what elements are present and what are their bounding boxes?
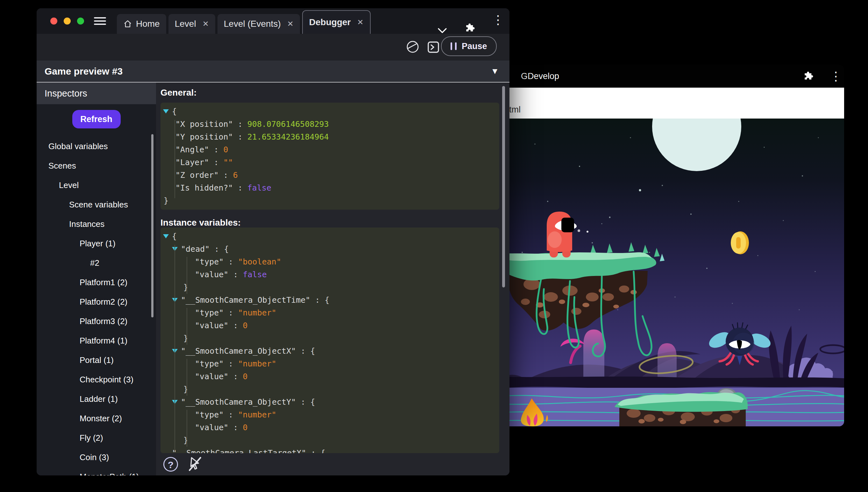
debugger-toolbar: Pause bbox=[36, 34, 509, 60]
json-variable-clipped[interactable]: "__SmoothCamera_LastTargetX" : { bbox=[160, 447, 499, 453]
json-entry[interactable]: "X position" : 908.0706146508293 bbox=[160, 118, 499, 131]
json-entry[interactable]: "value" : 0 bbox=[160, 319, 499, 332]
json-entry[interactable]: "type" : "boolean" bbox=[160, 255, 499, 268]
json-entry[interactable]: "Z order" : 6 bbox=[160, 169, 499, 182]
sidebar-item-platform3[interactable]: Platform3 (2) bbox=[36, 312, 156, 331]
extension-puzzle-icon[interactable] bbox=[803, 70, 815, 82]
json-entry[interactable]: "Angle" : 0 bbox=[160, 143, 499, 156]
json-variable-objecty[interactable]: "__SmoothCamera_ObjectY" : { bbox=[160, 396, 499, 409]
general-section-title: General: bbox=[160, 88, 197, 98]
sidebar-item-instance-2[interactable]: #2 bbox=[36, 253, 156, 273]
sidebar-item-platform4[interactable]: Platform4 (1) bbox=[36, 331, 156, 350]
tab-home[interactable]: Home bbox=[117, 14, 166, 34]
inspectors-header-label: Inspectors bbox=[45, 82, 87, 104]
sidebar-item-checkpoint[interactable]: Checkpoint (3) bbox=[36, 370, 156, 389]
sidebar-item-monster[interactable]: Monster (2) bbox=[36, 409, 156, 428]
refresh-button[interactable]: Refresh bbox=[72, 110, 121, 128]
inspector-tree: Global variables Scenes Level Scene vari… bbox=[36, 137, 156, 475]
home-icon bbox=[123, 20, 132, 28]
preview-address-bar[interactable]: html bbox=[497, 88, 844, 119]
maximize-button[interactable] bbox=[77, 18, 84, 25]
hamburger-menu-icon[interactable] bbox=[94, 17, 106, 25]
instance-variables-json-tree: { "dead" : { "type" : "boolean" "value" … bbox=[160, 227, 499, 453]
inspector-detail-panel: General: { "X position" : 908.0706146508… bbox=[156, 82, 509, 475]
json-variable-dead[interactable]: "dead" : { bbox=[160, 243, 499, 255]
sidebar-item-scene-variables[interactable]: Scene variables bbox=[36, 195, 156, 215]
close-button[interactable] bbox=[50, 18, 57, 25]
sidebar-item-clipped[interactable]: MonsterPath (1) bbox=[36, 467, 156, 475]
game-canvas[interactable] bbox=[497, 119, 844, 426]
inspect-disabled-icon[interactable] bbox=[188, 456, 204, 472]
inspectors-sidebar: Inspectors Refresh Global variables Scen… bbox=[36, 82, 156, 475]
game-preview-selector[interactable]: Game preview #3 ▼ bbox=[36, 60, 509, 82]
json-entry[interactable]: "type" : "number" bbox=[160, 409, 499, 421]
json-entry[interactable]: "Is hidden?" : false bbox=[160, 182, 499, 194]
json-entry[interactable]: "Layer" : "" bbox=[160, 156, 499, 169]
collapse-triangle-icon[interactable] bbox=[163, 234, 169, 238]
sidebar-item-fly[interactable]: Fly (2) bbox=[36, 428, 156, 448]
debugger-window: Home Level ✕ Level (Events) ✕ Debugger ✕ bbox=[36, 8, 509, 475]
preview-menu-kebab-icon[interactable]: ⋮ bbox=[830, 69, 842, 83]
json-variable-objecttime[interactable]: "__SmoothCamera_ObjectTime" : { bbox=[160, 294, 499, 306]
tab-level[interactable]: Level ✕ bbox=[168, 14, 215, 34]
preview-window-title: GDevelop bbox=[521, 65, 559, 88]
sidebar-item-global-variables[interactable]: Global variables bbox=[36, 137, 156, 156]
tab-level-events[interactable]: Level (Events) ✕ bbox=[217, 14, 300, 34]
minimize-button[interactable] bbox=[64, 18, 71, 25]
json-entry[interactable]: "value" : false bbox=[160, 268, 499, 281]
help-icon[interactable]: ? bbox=[163, 457, 178, 472]
sidebar-item-player[interactable]: Player (1) bbox=[36, 234, 156, 253]
tab-bar: Home Level ✕ Level (Events) ✕ Debugger ✕ bbox=[36, 8, 509, 34]
tab-close-icon[interactable]: ✕ bbox=[203, 20, 209, 28]
game-preview-window: GDevelop ⋮ html bbox=[497, 65, 844, 426]
json-variable-objectx[interactable]: "__SmoothCamera_ObjectX" : { bbox=[160, 345, 499, 358]
json-entry[interactable]: "type" : "number" bbox=[160, 358, 499, 370]
tab-level-events-label: Level (Events) bbox=[224, 19, 281, 29]
player-pupil bbox=[561, 218, 574, 232]
collapse-triangle-icon[interactable] bbox=[163, 109, 169, 114]
sidebar-item-ladder[interactable]: Ladder (1) bbox=[36, 389, 156, 409]
coin-sprite bbox=[731, 231, 749, 254]
tab-close-icon[interactable]: ✕ bbox=[357, 18, 364, 27]
detail-panel-scrollbar[interactable] bbox=[502, 86, 505, 288]
instance-variables-section-title: Instance variables: bbox=[160, 218, 241, 228]
sidebar-scrollbar[interactable] bbox=[151, 134, 154, 317]
sidebar-item-portal[interactable]: Portal (1) bbox=[36, 350, 156, 370]
general-json-tree: { "X position" : 908.0706146508293 "Y po… bbox=[160, 103, 499, 210]
tab-home-label: Home bbox=[136, 19, 160, 29]
sidebar-item-level[interactable]: Level bbox=[36, 176, 156, 195]
console-icon[interactable] bbox=[426, 40, 440, 54]
tab-debugger[interactable]: Debugger ✕ bbox=[302, 10, 371, 34]
sidebar-item-scenes[interactable]: Scenes bbox=[36, 156, 156, 176]
tab-close-icon[interactable]: ✕ bbox=[287, 20, 294, 28]
desktop: GDevelop ⋮ html bbox=[0, 0, 868, 492]
json-entry[interactable]: "type" : "number" bbox=[160, 306, 499, 319]
game-preview-title: Game preview #3 bbox=[45, 60, 123, 82]
profiler-gauge-icon[interactable] bbox=[405, 40, 420, 54]
pause-button[interactable]: Pause bbox=[441, 36, 497, 56]
tab-debugger-label: Debugger bbox=[309, 17, 351, 27]
json-entry[interactable]: "Y position" : 21.65334236184964 bbox=[160, 131, 499, 143]
json-entry[interactable]: "value" : 0 bbox=[160, 370, 499, 383]
dropdown-caret-icon[interactable]: ▼ bbox=[493, 60, 497, 82]
tab-level-label: Level bbox=[175, 19, 196, 29]
sidebar-item-coin[interactable]: Coin (3) bbox=[36, 448, 156, 467]
sidebar-item-instances[interactable]: Instances bbox=[36, 215, 156, 234]
sidebar-item-platform1[interactable]: Platform1 (2) bbox=[36, 273, 156, 292]
preview-titlebar[interactable]: GDevelop ⋮ bbox=[497, 65, 844, 88]
sidebar-item-platform2[interactable]: Platform2 (2) bbox=[36, 292, 156, 312]
tab-strip: Home Level ✕ Level (Events) ✕ Debugger ✕ bbox=[117, 10, 371, 34]
inspectors-header: Inspectors bbox=[36, 82, 156, 104]
pause-button-label: Pause bbox=[462, 42, 487, 51]
pause-icon bbox=[451, 42, 456, 50]
json-entry[interactable]: "value" : 0 bbox=[160, 421, 499, 434]
